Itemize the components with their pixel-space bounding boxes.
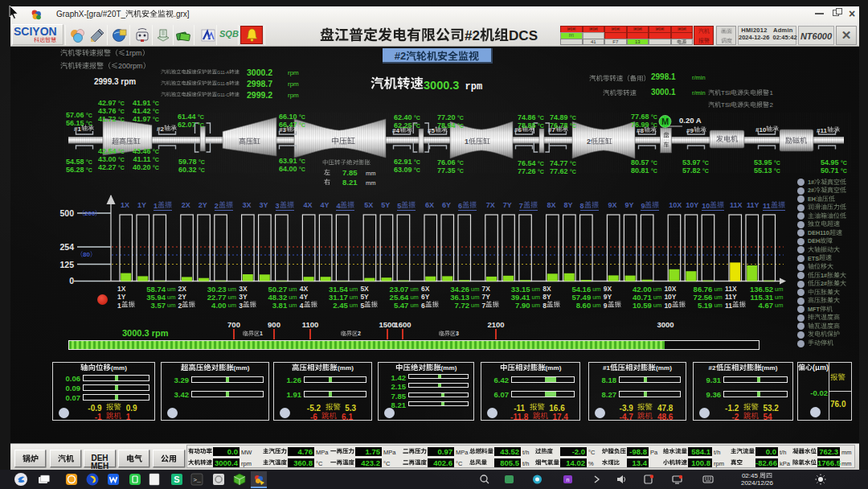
svg-text:S: S (174, 475, 179, 484)
svg-text:n: n (567, 477, 570, 483)
svg-text:>_: >_ (193, 476, 201, 483)
